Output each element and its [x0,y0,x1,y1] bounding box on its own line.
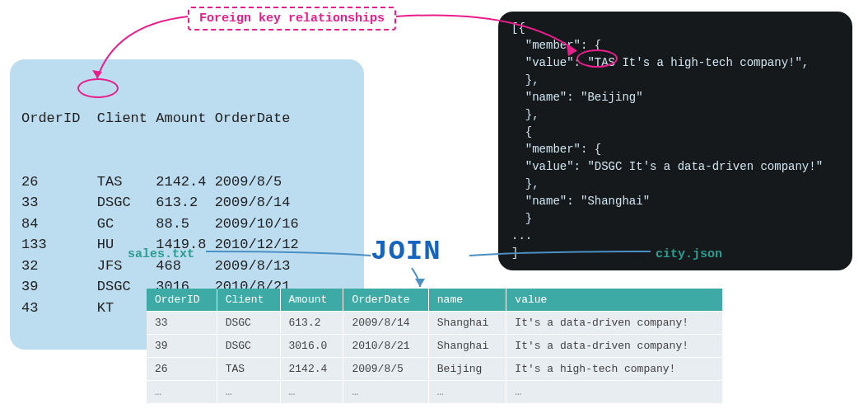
result-cell: … [280,381,343,404]
result-cell: 2009/8/14 [343,312,428,335]
result-cell: … [343,381,428,404]
highlight-circle-right [576,49,618,68]
result-cell: 26 [147,358,217,381]
result-header-cell: value [506,289,723,312]
json-line: ... [511,228,839,245]
result-cell: 2142.4 [280,358,343,381]
result-header-cell: Amount [280,289,343,312]
json-line: }, [511,106,839,124]
result-cell: Shanghai [428,312,506,335]
result-cell: It's a data-driven company! [506,312,723,335]
city-filename-label: city.json [656,247,722,261]
result-cell: Shanghai [428,335,506,358]
foreign-key-label: Foreign key relationships [188,7,396,31]
result-cell: 33 [147,312,217,335]
result-cell: It's a data-driven company! [506,335,723,358]
svg-marker-2 [415,279,425,287]
result-cell: … [506,381,723,404]
result-cell: DSGC [217,312,280,335]
highlight-circle-left [77,78,119,98]
result-cell: 613.2 [280,312,343,335]
result-cell: Beijing [428,358,506,381]
result-cell: 3016.0 [280,335,343,358]
json-line: [{ [511,20,839,37]
result-cell: It's a high-tech company! [506,358,723,381]
result-header-row: OrderIDClientAmountOrderDatenamevalue [147,289,723,312]
json-line: "value": "TAS It's a high-tech company!"… [511,54,839,72]
table-row: ……………… [147,381,723,404]
sales-header-row: OrderID Client Amount OrderDate [21,108,352,129]
result-header-cell: name [428,289,506,312]
sales-filename-label: sales.txt [128,247,194,261]
json-line: "name": "Beijing" [511,89,839,106]
json-line: }, [511,176,839,193]
table-row: 33DSGC613.22009/8/14ShanghaiIt's a data-… [147,312,723,335]
result-cell: 2010/8/21 [343,335,428,358]
json-line: } [511,210,839,228]
json-line: "member": { [511,37,839,54]
json-line: "value": "DSGC It's a data-driven compan… [511,158,839,176]
result-header-cell: OrderDate [343,289,428,312]
json-line: "name": "Shanghai" [511,193,839,210]
result-cell: DSGC [217,335,280,358]
result-cell: … [217,381,280,404]
result-header-cell: Client [217,289,280,312]
result-table: OrderIDClientAmountOrderDatenamevalue 33… [147,289,723,403]
json-line: "member": { [511,141,839,158]
result-cell: … [147,381,217,404]
table-row: 39DSGC3016.02010/8/21ShanghaiIt's a data… [147,335,723,358]
sales-row: 84 GC 88.5 2009/10/16 [21,214,352,235]
result-header-cell: OrderID [147,289,217,312]
result-cell: … [428,381,506,404]
result-cell: 39 [147,335,217,358]
json-line: }, [511,72,839,89]
join-label: JOIN [371,236,441,267]
sales-row: 26 TAS 2142.4 2009/8/5 [21,171,352,193]
json-panel: [{ "member": { "value": "TAS It's a high… [498,12,852,270]
result-cell: TAS [217,358,280,381]
result-cell: 2009/8/5 [343,358,428,381]
sales-row: 33 DSGC 613.2 2009/8/14 [21,192,352,214]
result-body: 33DSGC613.22009/8/14ShanghaiIt's a data-… [147,312,723,404]
table-row: 26TAS2142.42009/8/5BeijingIt's a high-te… [147,358,723,381]
json-line: { [511,124,839,141]
